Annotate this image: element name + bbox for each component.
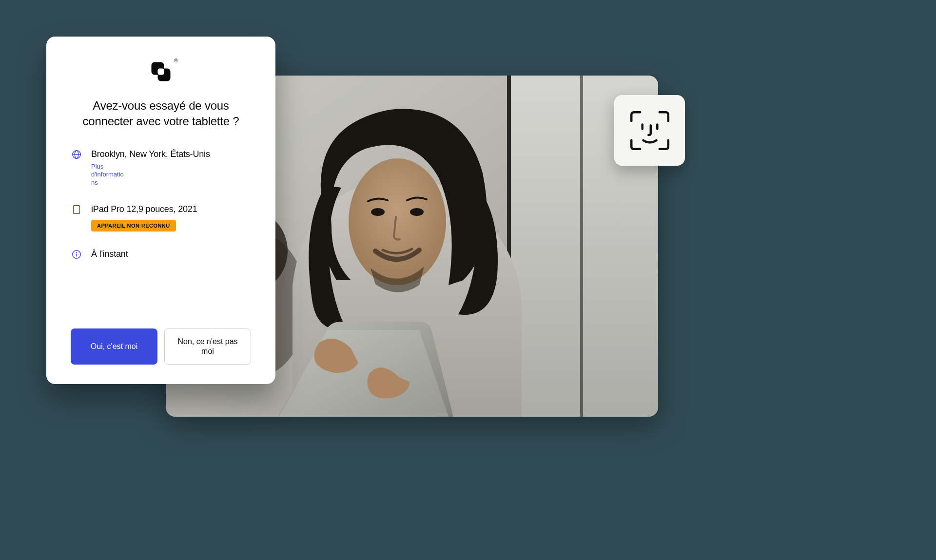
action-buttons: Oui, c'est moi Non, ce n'est pas moi <box>71 328 251 365</box>
time-row: À l'instant <box>71 248 251 260</box>
prompt-heading: Avez-vous essayé de vous connecter avec … <box>71 98 251 130</box>
faceid-card <box>614 95 685 166</box>
location-row: Brooklyn, New York, États-Unis Plus d'in… <box>71 148 251 187</box>
svg-rect-18 <box>74 206 80 214</box>
confirm-button[interactable]: Oui, c'est moi <box>71 328 157 365</box>
device-unrecognized-badge: APPAREIL NON RECONNU <box>91 220 176 232</box>
location-label: Brooklyn, New York, États-Unis <box>91 148 251 160</box>
deny-button[interactable]: Non, ce n'est pas moi <box>164 328 251 365</box>
globe-icon <box>71 149 82 160</box>
logo: ® <box>71 59 251 84</box>
faceid-icon <box>628 109 672 153</box>
device-label: iPad Pro 12,9 pouces, 2021 <box>91 203 251 215</box>
tablet-icon <box>71 204 82 215</box>
registered-mark: ® <box>174 58 177 63</box>
svg-point-22 <box>76 252 77 253</box>
info-icon <box>71 249 82 260</box>
svg-rect-14 <box>158 69 164 75</box>
login-verification-card: ® Avez-vous essayé de vous connecter ave… <box>46 37 275 384</box>
more-info-link[interactable]: Plus d'informations <box>91 163 125 187</box>
device-row: iPad Pro 12,9 pouces, 2021 APPAREIL NON … <box>71 203 251 232</box>
time-label: À l'instant <box>91 248 251 260</box>
brand-logo-icon <box>148 59 174 84</box>
